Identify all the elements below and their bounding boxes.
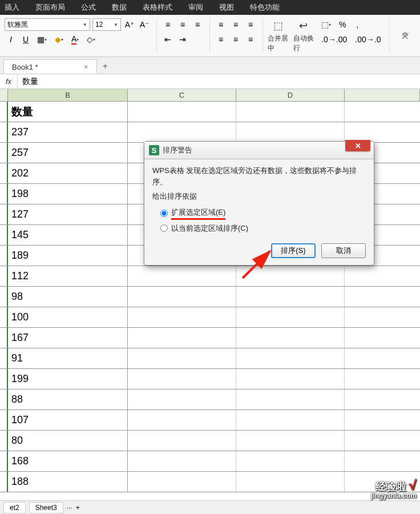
cell[interactable]: 189 bbox=[8, 246, 128, 266]
menu-data[interactable]: 数据 bbox=[112, 2, 127, 13]
cell[interactable]: 199 bbox=[8, 369, 128, 389]
close-tab-icon[interactable]: × bbox=[84, 62, 88, 71]
number-format-icon[interactable]: ⬚▾ bbox=[318, 18, 334, 31]
merge-icon: ⬚ bbox=[270, 18, 286, 33]
option-expand-selection[interactable]: 扩展选定区域(E) bbox=[152, 206, 366, 222]
watermark: 经验啦 √ jingyanla.com bbox=[371, 479, 417, 499]
cell[interactable]: 91 bbox=[8, 348, 128, 368]
align-top-icon[interactable]: ≡ bbox=[161, 18, 174, 31]
align-left-icon[interactable]: ≡ bbox=[215, 18, 227, 31]
overflow-button[interactable]: 突 bbox=[394, 18, 415, 53]
formula-input[interactable] bbox=[18, 74, 420, 89]
menu-review[interactable]: 审阅 bbox=[188, 2, 203, 13]
overflow-label: 突 bbox=[402, 31, 409, 41]
watermark-text: 经验啦 bbox=[375, 481, 406, 492]
dialog-titlebar[interactable]: S 排序警告 ✕ bbox=[144, 142, 374, 159]
increase-decimal-icon[interactable]: .00→.0 bbox=[352, 33, 383, 46]
sheet-more-button[interactable]: ··· bbox=[67, 504, 72, 512]
menu-insert[interactable]: 插入 bbox=[5, 2, 19, 13]
menu-feature[interactable]: 特色功能 bbox=[250, 2, 280, 13]
watermark-check-icon: √ bbox=[409, 477, 417, 493]
decrease-decimal-icon[interactable]: .0→.00 bbox=[318, 33, 350, 46]
align-middle-icon[interactable]: ≡ bbox=[176, 18, 189, 31]
align-right2-icon[interactable]: ≡ bbox=[244, 33, 257, 46]
menu-layout[interactable]: 页面布局 bbox=[35, 2, 65, 13]
font-name-value: 软雅黑 bbox=[7, 20, 28, 30]
cell[interactable]: 167 bbox=[8, 328, 128, 348]
font-color-icon[interactable]: A▾ bbox=[68, 33, 82, 46]
radio-current[interactable] bbox=[160, 224, 168, 232]
cell[interactable]: 107 bbox=[8, 410, 128, 430]
formula-bar: fx bbox=[0, 74, 420, 89]
wrap-text-button[interactable]: ↩ 自动换行 bbox=[293, 18, 314, 53]
dialog-buttons: 排序(S) 取消 bbox=[144, 239, 374, 265]
align-right-icon[interactable]: ≡ bbox=[244, 18, 257, 31]
option-current-label: 以当前选定区域排序(C) bbox=[171, 223, 248, 234]
cell[interactable]: 数量 bbox=[8, 102, 128, 122]
format-icon[interactable]: ◇▾ bbox=[84, 33, 98, 46]
cell[interactable]: 112 bbox=[8, 266, 128, 286]
col-header-c[interactable]: C bbox=[128, 89, 236, 101]
decrease-font-icon[interactable]: A⁻ bbox=[138, 18, 151, 31]
col-header-d[interactable]: D bbox=[236, 89, 345, 101]
italic-icon[interactable]: I bbox=[5, 33, 17, 46]
menu-tablestyle[interactable]: 表格样式 bbox=[143, 2, 172, 13]
indent-icon[interactable]: ⇥ bbox=[176, 33, 189, 46]
col-header-b[interactable]: B bbox=[8, 89, 128, 101]
fx-label[interactable]: fx bbox=[0, 74, 18, 89]
dialog-section-label: 给出排序依据 bbox=[152, 191, 366, 202]
dialog-close-button[interactable]: ✕ bbox=[345, 140, 370, 151]
chevron-down-icon: ▼ bbox=[114, 22, 118, 27]
cell[interactable]: 80 bbox=[8, 431, 128, 451]
sort-warning-dialog: S 排序警告 ✕ WPS表格 发现在选定区域旁边还有数据，这些数据将不参与排序。… bbox=[144, 141, 374, 266]
font-size-value: 12 bbox=[95, 21, 103, 29]
menu-view[interactable]: 视图 bbox=[219, 2, 234, 13]
border-icon[interactable]: ▦▾ bbox=[34, 33, 50, 46]
cell[interactable]: 237 bbox=[8, 122, 128, 142]
sort-ok-button[interactable]: 排序(S) bbox=[271, 243, 316, 258]
sheet-tab[interactable]: Sheet3 bbox=[29, 502, 63, 513]
document-tab-bar: Book1 * × + bbox=[0, 57, 420, 74]
fill-color-icon[interactable]: ◆▾ bbox=[52, 33, 66, 46]
align-left2-icon[interactable]: ≡ bbox=[215, 33, 227, 46]
align-bottom-icon[interactable]: ≡ bbox=[191, 18, 204, 31]
cell[interactable]: 202 bbox=[8, 163, 128, 183]
cell[interactable]: 257 bbox=[8, 143, 128, 163]
cell[interactable]: 188 bbox=[8, 472, 128, 492]
font-size-select[interactable]: 12▼ bbox=[92, 18, 121, 31]
cell[interactable]: 145 bbox=[8, 225, 128, 245]
menu-bar: 插入 页面布局 公式 数据 表格样式 审阅 视图 特色功能 bbox=[0, 0, 420, 15]
cell[interactable]: 168 bbox=[8, 451, 128, 471]
radio-expand[interactable] bbox=[160, 210, 168, 217]
cell[interactable]: 198 bbox=[8, 184, 128, 204]
align-center-icon[interactable]: ≡ bbox=[229, 18, 242, 31]
option-current-selection[interactable]: 以当前选定区域排序(C) bbox=[152, 222, 366, 235]
menu-formula[interactable]: 公式 bbox=[81, 2, 96, 13]
merge-center-button[interactable]: ⬚ 合并居中 bbox=[268, 18, 289, 53]
underline-icon[interactable]: U bbox=[19, 33, 32, 46]
cell[interactable]: 127 bbox=[8, 204, 128, 224]
percent-icon[interactable]: % bbox=[336, 18, 349, 31]
sheet-tab[interactable]: et2 bbox=[3, 502, 26, 513]
add-tab-button[interactable]: + bbox=[97, 59, 114, 74]
dialog-title-text: 排序警告 bbox=[163, 145, 192, 155]
dialog-message: WPS表格 发现在选定区域旁边还有数据，这些数据将不参与排序。 bbox=[152, 165, 366, 187]
document-tab[interactable]: Book1 * × bbox=[3, 59, 97, 74]
comma-icon[interactable]: , bbox=[351, 18, 364, 31]
sheet-add-button[interactable]: + bbox=[76, 504, 80, 512]
option-expand-label: 扩展选定区域(E) bbox=[171, 207, 225, 220]
increase-font-icon[interactable]: A⁺ bbox=[123, 18, 136, 31]
merge-label: 合并居中 bbox=[268, 34, 289, 53]
ribbon-toolbar: 软雅黑▼ 12▼ A⁺ A⁻ I U ▦▾ ◆▾ A▾ ◇▾ ≡ ≡ ≡ ⇤ ⇥ bbox=[0, 15, 420, 57]
wrap-icon: ↩ bbox=[296, 18, 312, 33]
cell[interactable]: 98 bbox=[8, 287, 128, 307]
column-headers: B C D bbox=[0, 89, 420, 102]
sort-cancel-button[interactable]: 取消 bbox=[321, 243, 366, 258]
cell[interactable]: 88 bbox=[8, 389, 128, 409]
sheet-tab-bar: et2 Sheet3 ··· + bbox=[0, 500, 420, 514]
cell[interactable]: 100 bbox=[8, 307, 128, 327]
chevron-down-icon: ▼ bbox=[83, 22, 87, 27]
font-name-select[interactable]: 软雅黑▼ bbox=[5, 18, 90, 31]
outdent-icon[interactable]: ⇤ bbox=[161, 33, 174, 46]
align-center2-icon[interactable]: ≡ bbox=[229, 33, 242, 46]
